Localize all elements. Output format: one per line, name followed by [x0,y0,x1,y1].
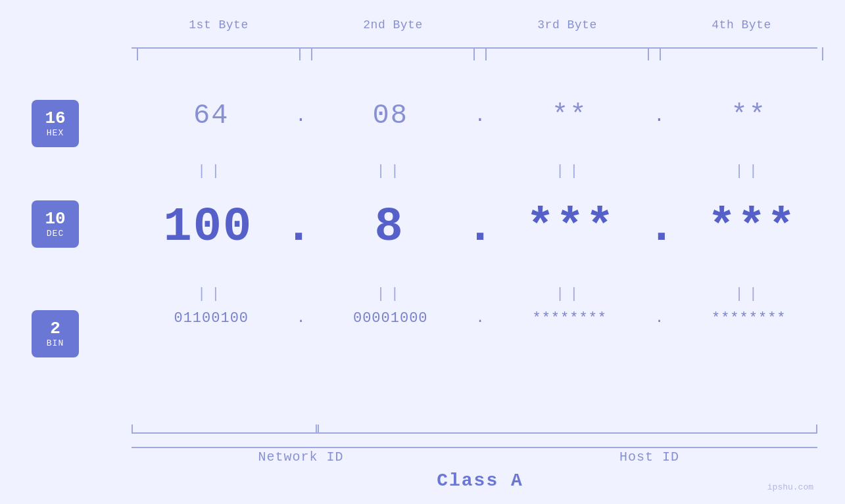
dec-badge: 10 DEC [32,200,79,248]
bin-byte-1: 01100100 [132,310,291,327]
bin-badge-label: BIN [47,338,64,348]
hex-dot-2: . [470,106,490,126]
eq-mid-4: || [669,286,829,302]
bin-row: 01100100 . 00001000 . ******** . *******… [132,310,829,327]
watermark: ipshu.com [767,482,813,492]
dec-dot-1: . [285,200,313,254]
dec-byte-3: *** [495,200,648,254]
col-bracket-1 [132,47,306,60]
equals-row-top: || || || || [132,163,829,179]
dec-badge-label: DEC [47,229,64,239]
full-bottom-bracket [132,447,817,448]
main-container: 16 HEX 10 DEC 2 BIN 1st Byte 2nd Byte 3r… [0,0,845,504]
bin-dot-2: . [470,310,490,327]
host-id-label: Host ID [470,449,829,465]
hex-row: 64 . 08 . ** . ** [132,100,829,131]
col-brackets [132,47,829,60]
dec-dot-2: . [466,200,494,254]
eq-mid-dot-3 [650,286,669,302]
dec-dot-3: . [647,200,675,254]
eq-top-3: || [490,163,650,179]
dec-byte-2: 8 [313,200,466,254]
hex-badge-label: HEX [47,128,64,138]
dec-byte-4: *** [675,200,829,254]
host-id-bracket [316,424,817,434]
eq-mid-dot-1 [291,286,311,302]
hex-byte-3: ** [490,100,650,131]
eq-mid-2: || [311,286,471,302]
col-bracket-4 [654,47,829,60]
col-header-1: 1st Byte [132,18,306,32]
eq-top-dot-1 [291,163,311,179]
bin-dot-3: . [650,310,669,327]
col-header-2: 2nd Byte [306,18,480,32]
dec-badge-number: 10 [45,210,65,229]
hex-byte-2: 08 [311,100,471,131]
eq-top-dot-3 [650,163,669,179]
hex-dot-1: . [291,106,311,126]
bin-dot-1: . [291,310,311,327]
col-header-4: 4th Byte [654,18,829,32]
network-id-label: Network ID [132,449,470,465]
eq-mid-1: || [132,286,291,302]
hex-dot-3: . [650,106,669,126]
hex-badge: 16 HEX [32,100,79,147]
dec-row: 100 . 8 . *** . *** [132,200,829,254]
col-bracket-3 [480,47,654,60]
eq-top-2: || [311,163,471,179]
network-id-bracket [132,424,319,434]
dec-byte-1: 100 [132,200,285,254]
eq-mid-dot-2 [470,286,490,302]
hex-badge-number: 16 [45,109,65,128]
eq-top-1: || [132,163,291,179]
column-headers: 1st Byte 2nd Byte 3rd Byte 4th Byte [132,18,829,32]
col-header-3: 3rd Byte [480,18,654,32]
labels-row: Network ID Host ID [132,449,829,465]
bin-badge: 2 BIN [32,310,79,357]
eq-mid-3: || [490,286,650,302]
bin-byte-3: ******** [490,310,650,327]
hex-byte-4: ** [669,100,829,131]
hex-byte-1: 64 [132,100,291,131]
eq-top-dot-2 [470,163,490,179]
bin-byte-2: 00001000 [311,310,471,327]
bin-byte-4: ******** [669,310,829,327]
eq-top-4: || [669,163,829,179]
col-bracket-2 [306,47,480,60]
bin-badge-number: 2 [50,319,60,338]
equals-row-mid: || || || || [132,286,829,302]
class-label: Class A [132,470,829,491]
